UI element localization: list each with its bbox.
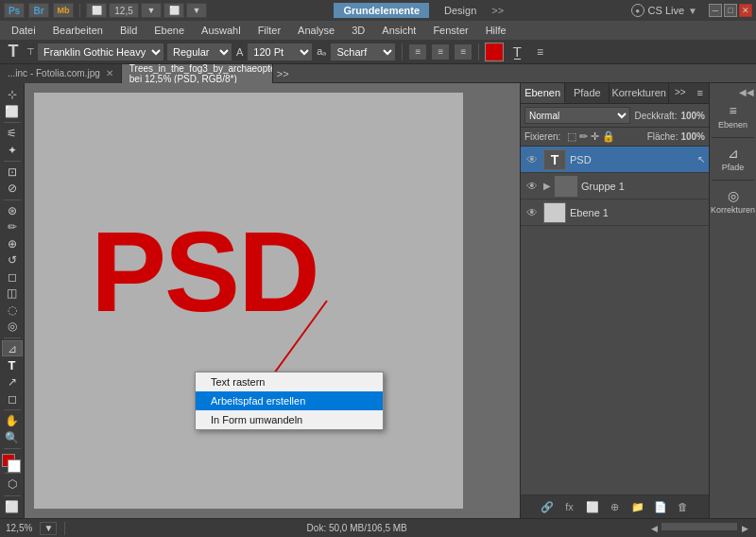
panel-more-button[interactable]: >> (669, 83, 692, 103)
layer-gruppe1-visibility[interactable]: 👁 (524, 179, 540, 194)
gradient-tool[interactable]: ◫ (2, 286, 23, 302)
menu-fenster[interactable]: Fenster (425, 23, 475, 38)
font-style-select[interactable]: Regular (166, 43, 232, 61)
font-orientation-icon[interactable]: ⊤ (26, 46, 35, 57)
background-color[interactable] (8, 459, 21, 473)
lasso-tool[interactable]: ⚟ (2, 126, 23, 142)
minimize-button[interactable]: ─ (709, 4, 722, 17)
far-right-ebenen[interactable]: ≡ Ebenen (712, 99, 754, 133)
fill-value[interactable]: 100% (680, 131, 705, 142)
delete-layer-button[interactable]: 🗑 (675, 499, 692, 514)
text-color-swatch[interactable] (485, 43, 504, 61)
context-arbeitspfad[interactable]: Arbeitspfad erstellen (196, 391, 383, 410)
spot-heal-tool[interactable]: ⊛ (2, 202, 23, 218)
tab-pfade[interactable]: Pfade (565, 83, 610, 103)
nav-scrollbar[interactable] (662, 523, 737, 530)
layer-gruppe1-expand[interactable]: ▶ (543, 181, 551, 191)
menu-ebene[interactable]: Ebene (146, 23, 192, 38)
layer-effects-button[interactable]: fx (561, 499, 578, 514)
far-right-pfade[interactable]: ⊿ Pfade (712, 142, 754, 176)
character-panel-button[interactable]: ≡ (530, 43, 549, 61)
brush-tool[interactable]: ✏ (2, 219, 23, 235)
cs-dropdown-icon[interactable]: ▼ (688, 6, 697, 16)
design-button[interactable]: Design (437, 3, 484, 18)
hand-tool[interactable]: ✋ (2, 413, 23, 429)
view2-icon[interactable]: ⬜ (163, 3, 184, 18)
more-icon[interactable]: >> (491, 5, 504, 16)
tab-ebenen[interactable]: Ebenen (521, 83, 565, 103)
shape-tool[interactable]: ◻ (2, 390, 23, 407)
pen-tool[interactable]: ⊿ (2, 340, 23, 356)
stamp-tool[interactable]: ⊕ (2, 235, 23, 251)
align-left-button[interactable]: ≡ (408, 43, 427, 61)
tab-korrekturen[interactable]: Korrekturen (610, 83, 668, 103)
close-button[interactable]: ✕ (739, 4, 752, 17)
layer-psd-visibility[interactable]: 👁 (524, 152, 540, 167)
tab-fotolia-close[interactable]: ✕ (106, 68, 113, 78)
menu-ansicht[interactable]: Ansicht (374, 23, 423, 38)
zoom-tool[interactable]: 🔍 (2, 429, 23, 445)
size-input[interactable] (109, 3, 139, 18)
blend-mode-select[interactable]: Normal (524, 107, 630, 124)
history-tool[interactable]: ↺ (2, 252, 23, 268)
layer-gruppe1[interactable]: 👁 ▶ Gruppe 1 (521, 173, 709, 199)
type-tool[interactable]: T (2, 357, 23, 373)
crop-tool[interactable]: ⊡ (2, 165, 23, 181)
lock-all-icon[interactable]: 🔒 (602, 130, 615, 143)
zoom-menu-button[interactable]: ▼ (40, 522, 57, 535)
menu-analyse[interactable]: Analyse (290, 23, 342, 38)
context-in-form[interactable]: In Form umwandeln (196, 410, 383, 429)
move-tool[interactable]: ⊹ (2, 87, 23, 103)
menu-datei[interactable]: Datei (4, 23, 43, 38)
adjustment-layer-button[interactable]: ⊕ (607, 499, 624, 514)
cs-live-label[interactable]: CS Live (648, 5, 685, 16)
group-layers-button[interactable]: 📁 (629, 499, 646, 514)
grundelemente-button[interactable]: Grundelemente (334, 3, 429, 18)
nav-prev-button[interactable]: ◀ (648, 523, 660, 534)
menu-bearbeiten[interactable]: Bearbeiten (45, 23, 111, 38)
panel-options-icon[interactable]: ≡ (692, 83, 709, 103)
far-right-korrekturen[interactable]: ◎ Korrekturen (712, 184, 754, 218)
link-layers-button[interactable]: 🔗 (539, 499, 556, 514)
marquee-tool[interactable]: ⬜ (2, 104, 23, 120)
tab-trees[interactable]: Trees_in_the_fog3_by_archaeopteryx_stock… (122, 64, 273, 83)
br-icon[interactable]: Br (28, 3, 49, 18)
tab-fotolia[interactable]: ...inc - Fotolia.com.jpg ✕ (0, 64, 122, 83)
antialias-select[interactable]: Scharf (330, 43, 396, 61)
maximize-button[interactable]: □ (724, 4, 737, 17)
magic-wand-tool[interactable]: ✦ (2, 142, 23, 158)
layer-mask-button[interactable]: ⬜ (584, 499, 601, 514)
menu-bild[interactable]: Bild (112, 23, 145, 38)
menu-auswahl[interactable]: Auswahl (194, 23, 249, 38)
align-right-button[interactable]: ≡ (454, 43, 472, 61)
opacity-value[interactable]: 100% (680, 111, 705, 121)
collapse-icon[interactable]: ◀◀ (739, 87, 754, 97)
menu-filter[interactable]: Filter (250, 23, 288, 38)
lock-transparent-icon[interactable]: ⬚ (567, 130, 576, 143)
dodge-tool[interactable]: ◎ (2, 319, 23, 335)
nav-next-button[interactable]: ▶ (739, 523, 750, 534)
layer-ebene1-visibility[interactable]: 👁 (524, 205, 540, 220)
lock-pixels-icon[interactable]: ✏ (579, 130, 588, 143)
view-icon[interactable]: ⬜ (86, 3, 107, 18)
new-layer-button[interactable]: 📄 (652, 499, 669, 514)
warp-text-button[interactable]: T̲ (507, 43, 526, 61)
eraser-tool[interactable]: ◻ (2, 269, 23, 286)
menu-hilfe[interactable]: Hilfe (478, 23, 514, 38)
screen-mode-button[interactable]: ⬜ (2, 498, 23, 514)
path-select-tool[interactable]: ↗ (2, 374, 23, 390)
eyedropper-tool[interactable]: ⊘ (2, 181, 23, 197)
tabs-overflow-button[interactable]: >> (273, 68, 293, 79)
lock-position-icon[interactable]: ✛ (591, 130, 599, 143)
dropdown2-icon[interactable]: ▼ (186, 3, 207, 18)
font-size-select[interactable]: 120 Pt (247, 43, 313, 61)
font-family-select[interactable]: Franklin Gothic Heavy (37, 43, 164, 61)
menu-3d[interactable]: 3D (344, 23, 372, 38)
context-text-rastern[interactable]: Text rastern (196, 372, 383, 391)
layer-ebene1[interactable]: 👁 Ebene 1 (521, 199, 709, 226)
align-center-button[interactable]: ≡ (431, 43, 450, 61)
blur-tool[interactable]: ◌ (2, 303, 23, 319)
mb-icon[interactable]: Mb (53, 3, 74, 18)
layer-psd[interactable]: 👁 T PSD ↖ (521, 147, 709, 173)
dropdown-icon[interactable]: ▼ (141, 3, 162, 18)
